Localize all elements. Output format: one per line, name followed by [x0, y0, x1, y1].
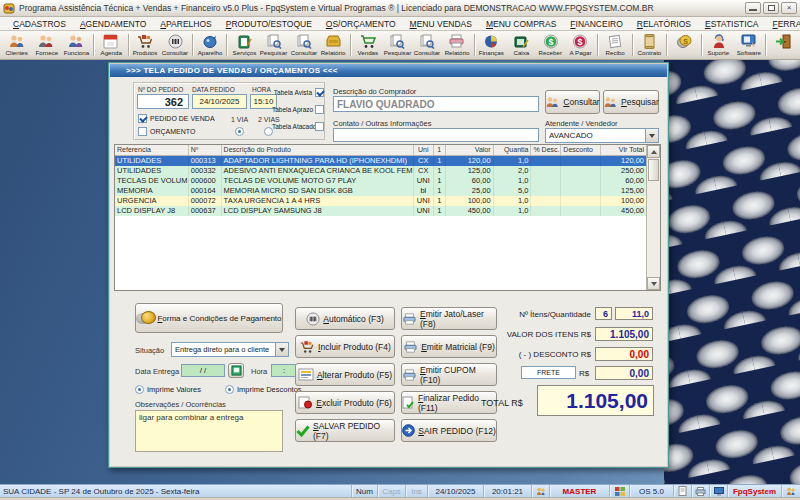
toolbar-contrato[interactable]: Contrato: [635, 32, 665, 58]
hora-pedido-label: HORA: [252, 86, 271, 93]
scroll-up-icon[interactable]: [647, 145, 660, 158]
menu-financeiro[interactable]: FINANCEIRO: [563, 19, 629, 29]
toolbar-a-pagar[interactable]: $A Pagar: [566, 32, 596, 58]
tabela-avista-checkbox[interactable]: Tabela Avista: [272, 88, 324, 97]
toolbar-clientes[interactable]: Clientes: [2, 32, 32, 58]
table-scrollbar[interactable]: [646, 145, 660, 290]
edit-lines-icon: [298, 368, 314, 381]
toolbar-consultar-venda[interactable]: Consultar: [412, 32, 442, 58]
valor-itens-value: 1.105,00: [595, 327, 653, 341]
toolbar-relatorio-venda[interactable]: Relatório: [442, 32, 472, 58]
status-city-date: SUA CIDADE - SP 24 de Outubro de 2025 - …: [0, 485, 352, 497]
menu-compras[interactable]: MENU COMPRAS: [479, 19, 563, 29]
emitir-jato-laser-button[interactable]: Emitir Jato/Laser (F8): [401, 307, 497, 330]
doc-icon[interactable]: [674, 485, 692, 497]
status-num: Num: [352, 485, 378, 497]
barcode-icon: [306, 312, 320, 326]
close-icon[interactable]: ×: [781, 2, 797, 14]
table-row[interactable]: UTILIDADES000332ADESIVO ANTI ENXAQUECA C…: [115, 166, 646, 176]
scrollbar-thumb[interactable]: [648, 159, 659, 181]
observacoes-textarea[interactable]: ligar para combinar a entrega: [135, 410, 283, 452]
scroll-icon: [640, 33, 660, 49]
consultar-comprador-button[interactable]: Consultar: [545, 90, 600, 114]
pesquisar-comprador-button[interactable]: Pesquisar: [603, 90, 659, 114]
pedido-vendas-form: >>> TELA PEDIDO DE VENDAS / ORÇAMENTOS <…: [108, 62, 669, 468]
hora-entrega-label: Hora: [251, 367, 267, 376]
menu-ferramentas[interactable]: FERRAMENTAS: [765, 19, 800, 29]
tabela-aprazo-checkbox[interactable]: Tabela Aprazo: [272, 105, 324, 114]
toolbar-pesquisar-servico[interactable]: Pesquisar: [259, 32, 289, 58]
toolbar-agenda[interactable]: Agenda: [96, 32, 126, 58]
toolbar-caixa[interactable]: Caixa: [506, 32, 536, 58]
restore-icon[interactable]: [763, 2, 779, 14]
situacao-select[interactable]: Entrega direto para o cliente: [171, 342, 289, 357]
toolbar-fornece[interactable]: Fornece: [32, 32, 62, 58]
contato-input[interactable]: [333, 128, 539, 142]
toolbar-produtos[interactable]: Produtos: [131, 32, 161, 58]
pedido-venda-checkbox[interactable]: PEDIDO DE VENDA: [138, 114, 215, 123]
printer-icon[interactable]: [692, 485, 710, 497]
menu-aparelhos[interactable]: APARELHOS: [153, 19, 218, 29]
tabela-atacado-checkbox[interactable]: Tabela Atacado: [272, 122, 324, 131]
forma-pagamento-button[interactable]: Forma e Condições de Pagamento: [135, 303, 283, 333]
menu-vendas[interactable]: MENU VENDAS: [403, 19, 479, 29]
toolbar-relatorio-servico[interactable]: Relatório: [318, 32, 348, 58]
data-pedido-field[interactable]: 24/10/2025: [192, 94, 247, 109]
menu-cadastros[interactable]: CADASTROS: [6, 19, 73, 29]
table-row[interactable]: LCD DISPLAY J8000637LCD DISPLAY SAMSUNG …: [115, 206, 646, 216]
table-row[interactable]: UTILIDADES000313ADAPTADOR LIGHTNING PARA…: [115, 156, 646, 166]
people-icon: [782, 485, 800, 497]
sair-pedido-button[interactable]: SAIR PEDIDO (F12): [401, 419, 497, 442]
excluir-produto-button[interactable]: Excluir Produto (F6): [295, 391, 395, 414]
toolbar-financas[interactable]: Finanças: [477, 32, 507, 58]
via1-radio[interactable]: [235, 127, 244, 136]
monitor-icon[interactable]: [710, 485, 728, 497]
calendar-picker-button[interactable]: [228, 363, 244, 378]
data-entrega-field[interactable]: / /: [181, 364, 225, 377]
atendente-select[interactable]: AVANCADO: [545, 128, 659, 143]
toolbar-software[interactable]: Software: [734, 32, 764, 58]
menu-relatorios[interactable]: RELATÓRIOS: [630, 19, 698, 29]
table-row[interactable]: URGENCIA000072TAXA URGENCIA 1 A 4 HRSUNI…: [115, 196, 646, 206]
toolbar-consultar-servico[interactable]: Consultar: [289, 32, 319, 58]
minimize-icon[interactable]: [745, 2, 761, 14]
status-date: 24/10/2025: [428, 485, 484, 497]
alterar-produto-button[interactable]: Alterar Produto (F5): [295, 363, 395, 386]
frete-moeda-label: R$: [579, 369, 589, 378]
orcamento-checkbox[interactable]: ORÇAMENTO: [138, 127, 195, 136]
table-row[interactable]: MEMORIA000164MEMORIA MICRO SD SAN DISK 8…: [115, 186, 646, 196]
menu-produto-estoque[interactable]: PRODUTO/ESTOQUE: [219, 19, 319, 29]
menu-agendamento[interactable]: AGENDAMENTO: [73, 19, 153, 29]
toolbar-aparelho[interactable]: Aparelho: [195, 32, 225, 58]
incluir-produto-button[interactable]: Incluir Produto (F4): [295, 335, 395, 358]
itens-quantidade-label: Nº Ítens/Quantidade: [491, 310, 591, 319]
toolbar-sair[interactable]: [768, 32, 798, 58]
table-row[interactable]: TECLAS DE VOLUM000600TECLAS DE VOLUME MO…: [115, 176, 646, 186]
arrow-circle-icon: [402, 424, 415, 437]
scroll-down-icon[interactable]: [647, 277, 660, 290]
comprador-input[interactable]: [333, 96, 539, 112]
menu-os-orcamento[interactable]: OS/ORÇAMENTO: [319, 19, 403, 29]
toolbar-funciona[interactable]: Funciona: [61, 32, 91, 58]
hora-entrega-field[interactable]: :: [271, 364, 297, 377]
toolbar-recibo[interactable]: Recibo: [600, 32, 630, 58]
dollar-red-icon: $: [570, 33, 590, 49]
toolbar-servicos[interactable]: Serviços: [229, 32, 259, 58]
imprime-valores-radio[interactable]: Imprime Valores: [135, 385, 201, 394]
emitir-cupom-button[interactable]: Emitir CUPOM (F10): [401, 363, 497, 386]
toolbar-vendas[interactable]: Vendas: [353, 32, 383, 58]
order-groupbox: Nº DO PEDIDO DATA PEDIDO HORA 362 24/10/…: [133, 82, 325, 140]
checkbox-unchecked-icon: [315, 105, 324, 114]
frete-field[interactable]: FRETE: [521, 366, 576, 379]
imprime-descontos-radio[interactable]: Imprime Descontos: [225, 385, 302, 394]
numero-pedido-field[interactable]: 362: [137, 94, 189, 109]
toolbar-consultar-produto[interactable]: Consultar: [160, 32, 190, 58]
menu-estatistica[interactable]: ESTATISTICA: [698, 19, 766, 29]
doc-search-icon: [417, 33, 437, 49]
toolbar-suporte[interactable]: Suporte: [704, 32, 734, 58]
toolbar-pesquisar-venda[interactable]: Pesquisar: [383, 32, 413, 58]
automatico-button[interactable]: Automático (F3): [295, 307, 395, 330]
toolbar-receber[interactable]: $Receber: [536, 32, 566, 58]
salvar-pedido-button[interactable]: SALVAR PEDIDO (F7): [295, 419, 395, 442]
toolbar-moeda[interactable]: S: [669, 32, 699, 58]
